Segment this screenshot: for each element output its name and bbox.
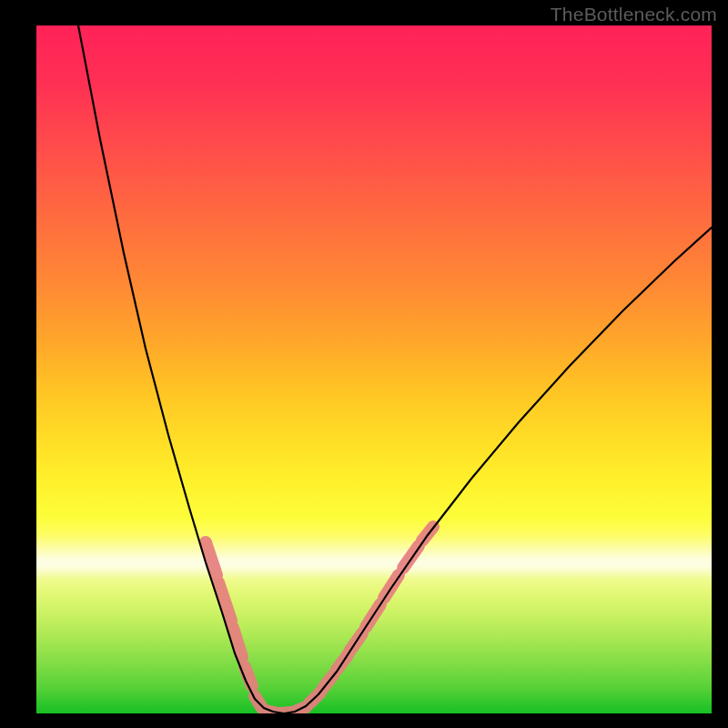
plot-area: [36, 25, 712, 713]
watermark-text: TheBottleneck.com: [551, 4, 717, 25]
highlight-segment: [403, 546, 419, 568]
chart-stage: TheBottleneck.com: [0, 0, 728, 728]
highlight-segment: [218, 582, 231, 621]
bottleneck-curve: [78, 25, 712, 713]
curve-layer: [36, 25, 712, 713]
highlight-group: [206, 527, 433, 713]
